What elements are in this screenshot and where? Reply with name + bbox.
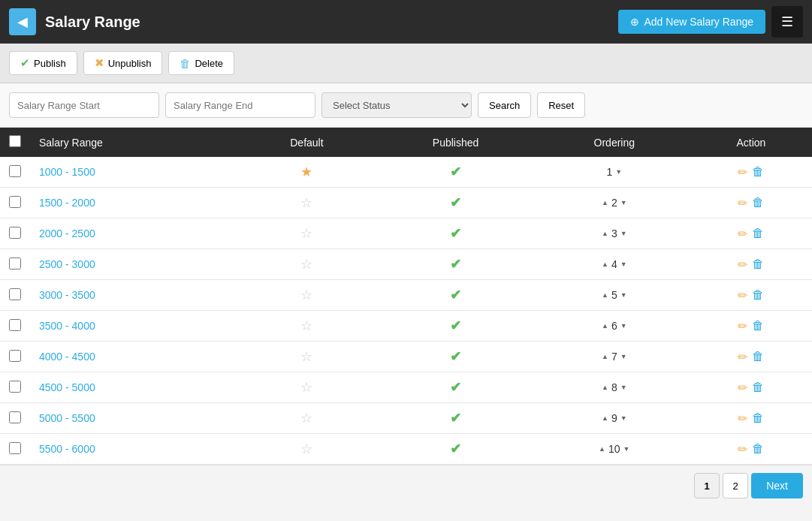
page-2-button[interactable]: 2 xyxy=(723,473,748,498)
delete-row-icon[interactable]: 🗑 xyxy=(752,227,764,240)
default-star-empty[interactable]: ☆ xyxy=(300,349,312,364)
row-checkbox[interactable] xyxy=(9,257,21,270)
salary-range-start-input[interactable] xyxy=(9,92,159,118)
order-down-arrow[interactable]: ▼ xyxy=(620,384,627,391)
row-name: 3500 - 4000 xyxy=(30,311,240,342)
table-row: 2500 - 3000 ☆ ✔ ▲ 4 ▼ ✏ 🗑 xyxy=(0,249,812,280)
delete-row-icon[interactable]: 🗑 xyxy=(752,288,764,302)
default-star-empty[interactable]: ☆ xyxy=(300,380,312,395)
default-star-empty[interactable]: ☆ xyxy=(300,195,312,210)
edit-icon[interactable]: ✏ xyxy=(738,227,747,241)
header-checkbox-cell xyxy=(0,128,30,157)
edit-icon[interactable]: ✏ xyxy=(738,319,747,333)
order-down-arrow[interactable]: ▼ xyxy=(620,354,627,360)
edit-icon[interactable]: ✏ xyxy=(738,411,747,426)
edit-icon[interactable]: ✏ xyxy=(738,442,747,456)
order-down-arrow[interactable]: ▼ xyxy=(620,261,627,268)
order-up-arrow[interactable]: ▲ xyxy=(599,446,605,453)
order-number: 4 xyxy=(611,258,617,270)
order-down-arrow[interactable]: ▼ xyxy=(620,415,627,422)
order-number: 2 xyxy=(611,197,617,209)
row-checkbox[interactable] xyxy=(9,411,21,423)
row-checkbox[interactable] xyxy=(9,227,21,239)
edit-icon[interactable]: ✏ xyxy=(738,350,747,364)
search-button[interactable]: Search xyxy=(478,92,531,118)
row-checkbox[interactable] xyxy=(9,165,21,177)
edit-icon[interactable]: ✏ xyxy=(738,257,747,272)
salary-range-link[interactable]: 4500 - 5000 xyxy=(39,381,95,393)
order-up-arrow[interactable]: ▲ xyxy=(602,292,608,299)
order-down-arrow[interactable]: ▼ xyxy=(615,169,622,176)
order-up-arrow[interactable]: ▲ xyxy=(602,261,608,268)
row-name: 1000 - 1500 xyxy=(30,157,240,188)
salary-range-link[interactable]: 4000 - 4500 xyxy=(39,351,95,363)
delete-row-icon[interactable]: 🗑 xyxy=(752,319,764,333)
row-action: ✏ 🗑 xyxy=(690,249,812,280)
salary-range-link[interactable]: 2000 - 2500 xyxy=(39,227,95,239)
order-down-arrow[interactable]: ▼ xyxy=(620,230,627,237)
order-up-arrow[interactable]: ▲ xyxy=(602,354,608,360)
reset-button[interactable]: Reset xyxy=(537,92,585,118)
order-up-arrow[interactable]: ▲ xyxy=(602,415,608,422)
delete-button[interactable]: 🗑 Delete xyxy=(168,51,234,75)
row-checkbox[interactable] xyxy=(9,319,21,331)
select-all-checkbox[interactable] xyxy=(9,135,21,147)
salary-range-link[interactable]: 3500 - 4000 xyxy=(39,320,95,332)
order-up-arrow[interactable]: ▲ xyxy=(602,230,608,237)
header-ordering: Ordering xyxy=(539,128,690,157)
edit-icon[interactable]: ✏ xyxy=(738,165,747,179)
edit-icon[interactable]: ✏ xyxy=(738,196,747,210)
order-down-arrow[interactable]: ▼ xyxy=(623,446,630,453)
hamburger-button[interactable]: ☰ xyxy=(771,6,803,38)
row-published: ✔ xyxy=(373,280,538,311)
default-star-empty[interactable]: ☆ xyxy=(300,318,312,333)
default-star-empty[interactable]: ☆ xyxy=(300,257,312,272)
order-down-arrow[interactable]: ▼ xyxy=(620,292,627,299)
order-up-arrow[interactable]: ▲ xyxy=(602,323,608,330)
salary-range-link[interactable]: 5000 - 5500 xyxy=(39,412,95,424)
order-number: 10 xyxy=(608,443,620,455)
row-checkbox[interactable] xyxy=(9,196,21,208)
unpublish-button[interactable]: ✖ Unpublish xyxy=(83,51,163,75)
delete-row-icon[interactable]: 🗑 xyxy=(752,442,764,456)
salary-range-link[interactable]: 1500 - 2000 xyxy=(39,197,95,209)
row-checkbox[interactable] xyxy=(9,442,21,454)
edit-icon[interactable]: ✏ xyxy=(738,288,747,303)
salary-range-link[interactable]: 2500 - 3000 xyxy=(39,258,95,270)
row-default: ☆ xyxy=(240,403,373,434)
salary-range-end-input[interactable] xyxy=(165,92,315,118)
delete-row-icon[interactable]: 🗑 xyxy=(752,196,764,209)
order-up-arrow[interactable]: ▲ xyxy=(602,384,608,391)
published-check: ✔ xyxy=(450,380,461,395)
row-checkbox[interactable] xyxy=(9,350,21,362)
delete-row-icon[interactable]: 🗑 xyxy=(752,257,764,271)
default-star-empty[interactable]: ☆ xyxy=(300,226,312,241)
table-row: 3500 - 4000 ☆ ✔ ▲ 6 ▼ ✏ 🗑 xyxy=(0,311,812,342)
row-ordering: ▲ 3 ▼ xyxy=(539,218,690,249)
delete-row-icon[interactable]: 🗑 xyxy=(752,411,764,425)
edit-icon[interactable]: ✏ xyxy=(738,381,747,395)
page-1-button[interactable]: 1 xyxy=(694,473,720,498)
default-star-empty[interactable]: ☆ xyxy=(300,411,312,426)
publish-button[interactable]: ✔ Publish xyxy=(9,51,77,75)
default-star-empty[interactable]: ☆ xyxy=(300,441,312,456)
row-checkbox[interactable] xyxy=(9,288,21,300)
row-checkbox[interactable] xyxy=(9,381,21,393)
default-star-empty[interactable]: ☆ xyxy=(300,288,312,303)
delete-row-icon[interactable]: 🗑 xyxy=(752,350,764,363)
order-number: 9 xyxy=(611,412,617,424)
delete-row-icon[interactable]: 🗑 xyxy=(752,381,764,394)
salary-range-link[interactable]: 5500 - 6000 xyxy=(39,443,95,455)
order-up-arrow[interactable]: ▲ xyxy=(602,200,608,206)
salary-range-link[interactable]: 1000 - 1500 xyxy=(39,166,95,178)
order-down-arrow[interactable]: ▼ xyxy=(620,200,627,206)
back-button[interactable]: ◀ xyxy=(9,8,36,35)
row-default: ☆ xyxy=(240,218,373,249)
add-new-salary-button[interactable]: ⊕ Add New Salary Range xyxy=(618,10,765,34)
next-button[interactable]: Next xyxy=(751,473,803,498)
order-down-arrow[interactable]: ▼ xyxy=(620,323,627,330)
salary-range-link[interactable]: 3000 - 3500 xyxy=(39,289,95,301)
status-select[interactable]: Select Status Published Unpublished xyxy=(321,92,472,118)
delete-row-icon[interactable]: 🗑 xyxy=(752,165,764,179)
default-star-filled[interactable]: ★ xyxy=(300,164,312,179)
